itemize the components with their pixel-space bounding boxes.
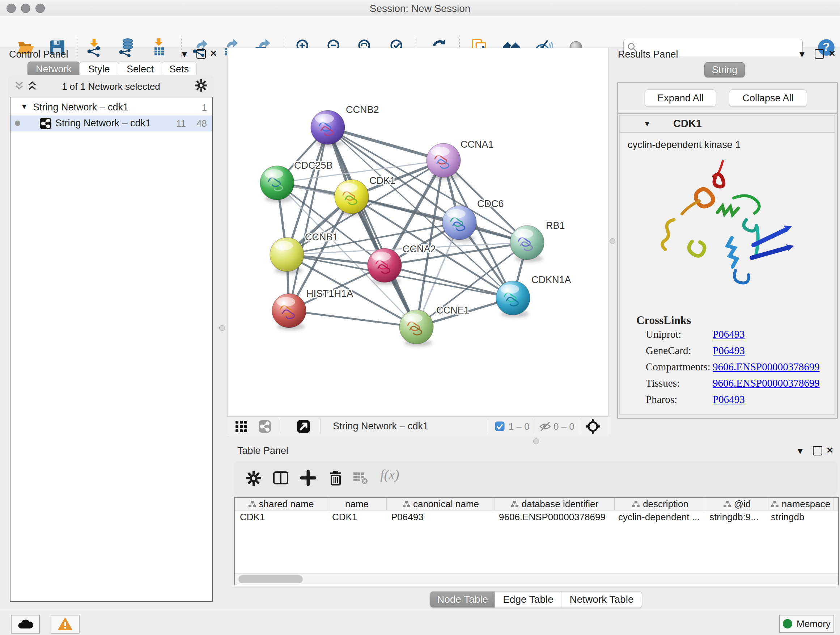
crosslink-link[interactable]: 9606.ENSP00000378699 <box>713 361 820 373</box>
right-splitter-handle[interactable] <box>609 238 615 244</box>
scrollbar-thumb[interactable] <box>238 575 303 583</box>
memory-button[interactable]: Memory <box>779 615 834 633</box>
network-node-CCNA2[interactable] <box>368 249 401 285</box>
table-cell[interactable]: CDK1 <box>235 510 327 524</box>
float-panel-icon[interactable]: ▼ <box>796 446 805 456</box>
network-options-gear-icon[interactable] <box>195 79 208 92</box>
collapse-all-button[interactable]: Collapse All <box>729 89 807 107</box>
tab-node-table[interactable]: Node Table <box>430 591 495 608</box>
cdk1-section-header[interactable]: ▼ CDK1 <box>619 115 835 133</box>
crosslink-link[interactable]: P06493 <box>713 345 745 356</box>
network-edge[interactable] <box>289 127 328 310</box>
cdk1-section-body: cyclin-dependent kinase 1 C <box>619 133 835 415</box>
hidden-count: 0 – 0 <box>554 421 575 432</box>
network-view-share-icon[interactable] <box>258 420 271 433</box>
node-label-CDC6: CDC6 <box>477 198 504 209</box>
network-edge[interactable] <box>289 310 416 327</box>
horizontal-scrollbar[interactable] <box>235 573 838 585</box>
network-node-CDC6[interactable] <box>442 206 477 242</box>
cloud-button[interactable] <box>11 615 40 633</box>
string-network-icon <box>39 117 52 130</box>
table-cell[interactable]: cyclin-dependent ... <box>613 510 704 524</box>
maximize-panel-icon[interactable] <box>815 49 824 59</box>
node-column-icon <box>723 500 731 508</box>
show-columns-icon[interactable] <box>272 470 289 486</box>
table-cell[interactable]: CDK1 <box>327 510 386 524</box>
node-label-CCNE1: CCNE1 <box>436 305 470 316</box>
column-header-database-identifier[interactable]: database identifier <box>495 498 615 510</box>
bar-separator <box>280 419 280 434</box>
float-panel-icon[interactable]: ▼ <box>798 49 806 59</box>
network-view-title: String Network – cdk1 <box>333 421 428 432</box>
network-node-RB1[interactable] <box>510 226 544 262</box>
table-cell[interactable]: P06493 <box>386 510 494 524</box>
section-collapse-triangle-icon[interactable]: ▼ <box>644 120 651 128</box>
table-cell[interactable]: stringdb:9... <box>704 510 766 524</box>
maximize-panel-icon[interactable] <box>196 49 206 59</box>
table-cell[interactable]: 9606.ENSP00000378699 <box>494 510 613 524</box>
table-toolbar: f(x) <box>234 461 837 495</box>
network-node-HIST1H1A[interactable] <box>272 294 306 330</box>
results-buttons-box: Expand All Collapse All <box>617 82 838 113</box>
tab-string[interactable]: String <box>704 62 745 78</box>
tab-style[interactable]: Style <box>79 62 118 77</box>
crosslink-link[interactable]: P06493 <box>713 328 745 340</box>
grid-view-icon[interactable] <box>235 420 248 432</box>
column-header--id[interactable]: @id <box>706 498 768 510</box>
crosslinks-heading: CrossLinks <box>636 314 691 327</box>
column-header-description[interactable]: description <box>615 498 706 510</box>
table-panel-title: Table Panel <box>237 445 288 456</box>
function-builder-icon-disabled: f(x) <box>380 467 399 483</box>
network-collection-row[interactable]: ▼ String Network – cdk1 1 <box>11 100 212 116</box>
float-panel-icon[interactable]: ▼ <box>180 49 189 59</box>
bar-separator <box>534 419 534 434</box>
open-in-new-window-icon[interactable] <box>297 420 310 433</box>
tab-sets[interactable]: Sets <box>162 62 196 77</box>
column-header-canonical-name[interactable]: canonical name <box>387 498 495 510</box>
node-label-CCNA2: CCNA2 <box>403 244 436 255</box>
maximize-panel-icon[interactable] <box>813 446 822 455</box>
network-node-CCNB1[interactable] <box>270 238 304 274</box>
warnings-button[interactable] <box>51 615 80 633</box>
network-node-CDKN1A[interactable] <box>496 281 530 318</box>
collection-expand-triangle-icon[interactable]: ▼ <box>21 103 28 111</box>
crosslink-row: GeneCard:P06493 <box>620 345 835 361</box>
network-current-dot-icon <box>15 120 20 126</box>
left-splitter-handle[interactable] <box>219 325 225 331</box>
main-toolbar: ? <box>0 16 840 48</box>
close-panel-icon[interactable]: ✕ <box>829 49 836 59</box>
crosslink-row: Tissues:9606.ENSP00000378699 <box>620 377 835 394</box>
birds-eye-crosshair-icon[interactable] <box>585 419 600 434</box>
network-node-CDK1[interactable] <box>335 180 369 216</box>
network-node-CDC25B[interactable] <box>260 166 294 203</box>
column-header-name[interactable]: name <box>327 498 387 510</box>
table-options-gear-icon[interactable] <box>246 470 262 486</box>
crosslink-link[interactable]: 9606.ENSP00000378699 <box>713 377 820 389</box>
node-column-icon <box>511 500 519 508</box>
close-panel-icon[interactable]: ✕ <box>826 445 834 455</box>
close-panel-icon[interactable]: ✕ <box>210 49 217 59</box>
network-node-CCNE1[interactable] <box>399 310 433 347</box>
tab-select[interactable]: Select <box>118 62 163 77</box>
network-canvas[interactable]: CCNB2CCNA1CDC25BCDK1CDC6RB1CCNB1CCNA2CDK… <box>227 48 608 416</box>
tab-network-table[interactable]: Network Table <box>561 591 642 608</box>
add-column-icon[interactable] <box>300 470 317 486</box>
section-title: CDK1 <box>673 118 702 130</box>
crosslink-link[interactable]: P06493 <box>713 394 745 405</box>
tab-edge-table[interactable]: Edge Table <box>494 591 562 608</box>
expand-all-button[interactable]: Expand All <box>645 89 716 107</box>
node-label-HIST1H1A: HIST1H1A <box>306 288 353 299</box>
table-row[interactable]: CDK1CDK1P064939606.ENSP00000378699cyclin… <box>235 510 838 524</box>
network-row-selected[interactable]: String Network – cdk1 11 48 <box>11 116 212 131</box>
table-cell[interactable]: stringdb <box>766 510 831 524</box>
bar-separator <box>487 419 487 434</box>
column-header-shared-name[interactable]: shared name <box>235 498 327 510</box>
column-header-namespace[interactable]: namespace <box>768 498 834 510</box>
crosslinks-list: Uniprot:P06493GeneCard:P06493Compartment… <box>620 328 835 410</box>
crosslink-label: Tissues: <box>646 377 680 389</box>
node-column-icon <box>632 500 640 508</box>
network-node-CCNA1[interactable] <box>426 143 461 180</box>
selected-checkbox-icon[interactable] <box>495 421 505 431</box>
delete-column-icon[interactable] <box>327 469 344 486</box>
tab-network[interactable]: Network <box>27 62 80 77</box>
